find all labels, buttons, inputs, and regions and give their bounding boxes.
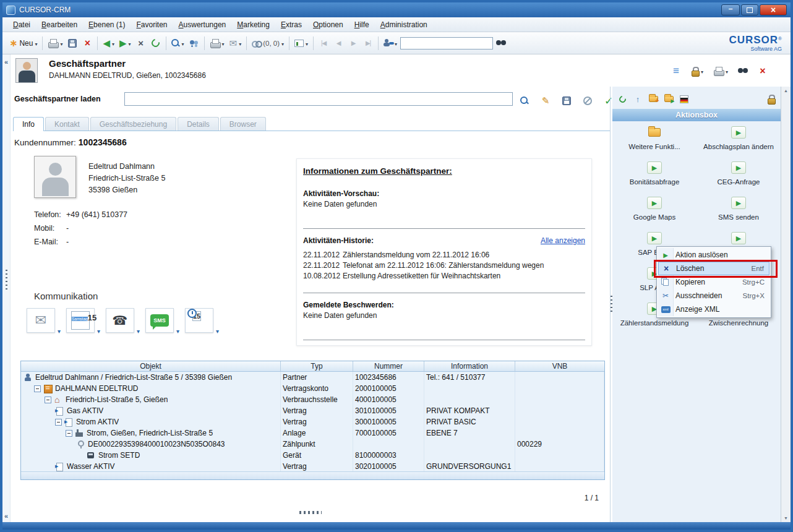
context-menu-item[interactable]: Anzeige XML xyxy=(658,302,769,316)
last-record-button[interactable] xyxy=(361,35,375,51)
execute-search-button[interactable] xyxy=(518,93,531,109)
column-header-objekt[interactable]: Objekt xyxy=(21,361,281,371)
close-record-button[interactable] xyxy=(756,63,769,79)
chevron-down-icon[interactable] xyxy=(701,67,703,75)
add-folder-button[interactable] xyxy=(647,93,659,105)
menu-item[interactable]: Datei xyxy=(7,19,36,31)
tree-expander[interactable] xyxy=(45,397,51,403)
action-item[interactable]: Abschlagsplan ändern xyxy=(697,122,781,158)
appointment-button[interactable]: Samstag15 xyxy=(66,308,95,333)
back-button[interactable] xyxy=(101,35,116,51)
action-item[interactable]: Bonitätsabfrage xyxy=(612,158,697,193)
close-button[interactable] xyxy=(760,4,787,15)
left-splitter[interactable] xyxy=(2,54,11,522)
calendar-flag-button[interactable] xyxy=(678,93,690,105)
table-hscrollbar[interactable] xyxy=(21,471,604,479)
table-row[interactable]: Strom, Gießen, Friedrich-List-Straße 5 A… xyxy=(21,427,604,439)
menu-item[interactable]: Extras xyxy=(275,19,307,31)
cancel-button[interactable] xyxy=(581,93,594,109)
chevron-down-icon[interactable] xyxy=(216,328,219,335)
table-row[interactable]: DE00022935398400010023N5035O0843 Zählpun… xyxy=(21,439,604,450)
table-row[interactable]: Strom SETD Gerät 8100000003 xyxy=(21,450,604,461)
print-list-button[interactable] xyxy=(208,35,226,51)
context-menu-item[interactable]: Löschen Entf xyxy=(658,262,769,275)
vertical-scrollbar[interactable] xyxy=(781,87,791,522)
refresh-actions-button[interactable] xyxy=(616,93,628,105)
list-view-button[interactable] xyxy=(669,63,683,79)
table-row[interactable]: Gas AKTIV Vertrag 3010100005 PRIVAT KOMP… xyxy=(21,405,604,416)
save-record-button[interactable] xyxy=(560,93,573,109)
send-email-button[interactable] xyxy=(27,308,55,333)
print-button[interactable] xyxy=(46,35,64,51)
chevron-down-icon[interactable] xyxy=(97,328,100,335)
menu-item[interactable]: Hilfe xyxy=(349,19,375,31)
minimize-button[interactable] xyxy=(721,4,740,15)
lock-panel-button[interactable] xyxy=(765,93,777,105)
chevron-down-icon[interactable] xyxy=(176,328,179,335)
record-counter[interactable]: (0, 0) xyxy=(250,35,286,51)
task-reminder-button[interactable]: 15 xyxy=(185,308,213,333)
chevron-down-icon[interactable] xyxy=(137,328,140,335)
chevron-down-icon[interactable] xyxy=(60,39,62,48)
table-row[interactable]: DAHLMANN EDELTRUD Vertragskonto 20001000… xyxy=(21,383,604,394)
loader-input[interactable] xyxy=(124,92,513,106)
column-header-vnb[interactable]: VNB xyxy=(515,361,604,371)
table-row[interactable]: Wasser AKTIV Vertrag 3020100005 GRUNDVER… xyxy=(21,461,604,472)
column-header-typ[interactable]: Typ xyxy=(281,361,353,371)
new-record-button[interactable]: Neu xyxy=(7,35,39,51)
action-item[interactable]: SMS senden xyxy=(697,193,781,228)
action-item[interactable]: Google Maps xyxy=(612,193,697,228)
delete-button[interactable] xyxy=(134,35,148,51)
tab[interactable]: Info xyxy=(13,117,44,131)
bottom-splitter-grip[interactable] xyxy=(299,511,322,514)
chevron-down-icon[interactable] xyxy=(395,39,397,48)
lock-record-button[interactable] xyxy=(689,63,705,79)
chevron-down-icon[interactable] xyxy=(281,39,284,48)
action-item[interactable]: Weitere Funkti... xyxy=(612,122,697,158)
menu-item[interactable]: Optionen xyxy=(307,19,349,31)
send-sms-button[interactable]: SMS xyxy=(145,308,174,333)
menu-item[interactable]: Ebenen (1) xyxy=(83,19,131,31)
chevron-down-icon[interactable] xyxy=(58,328,61,335)
discard-button[interactable] xyxy=(80,35,94,51)
forward-button[interactable] xyxy=(118,35,133,51)
show-all-link[interactable]: Alle anzeigen xyxy=(541,236,585,245)
menu-item[interactable]: Administration xyxy=(375,19,433,31)
menu-item[interactable]: Bearbeiten xyxy=(36,19,83,31)
chevron-down-icon[interactable] xyxy=(182,39,184,48)
context-menu-item[interactable]: Kopieren Strg+C xyxy=(658,275,769,289)
tree-expander[interactable] xyxy=(34,385,41,392)
menu-item[interactable]: Marketing xyxy=(231,19,275,31)
collapse-left-icon[interactable] xyxy=(2,58,10,66)
chart-button[interactable] xyxy=(293,35,310,51)
chevron-down-icon[interactable] xyxy=(239,39,241,48)
menu-item[interactable]: Favoriten xyxy=(131,19,173,31)
first-record-button[interactable] xyxy=(317,35,330,51)
next-record-button[interactable] xyxy=(346,35,360,51)
contacts-button[interactable] xyxy=(187,35,201,51)
save-button[interactable] xyxy=(66,35,79,51)
print-record-button[interactable] xyxy=(711,63,730,79)
chevron-down-icon[interactable] xyxy=(112,39,114,48)
chevron-down-icon[interactable] xyxy=(306,39,308,48)
tab[interactable]: Geschäftsbeziehung xyxy=(90,117,176,131)
context-menu-item[interactable]: Aktion auslösen xyxy=(658,248,769,262)
edit-button[interactable] xyxy=(539,93,552,109)
chevron-down-icon[interactable] xyxy=(726,67,728,75)
chevron-down-icon[interactable] xyxy=(129,39,131,48)
refresh-button[interactable] xyxy=(149,35,163,51)
person-search-button[interactable] xyxy=(382,35,399,51)
tree-expander[interactable] xyxy=(66,430,72,437)
chevron-down-icon[interactable] xyxy=(222,39,225,48)
table-row[interactable]: Strom AKTIV Vertrag 3000100005 PRIVAT BA… xyxy=(21,416,604,427)
phone-call-button[interactable] xyxy=(106,308,134,333)
table-row[interactable]: Edeltrud Dahlmann / Friedrich-List-Straß… xyxy=(21,372,604,383)
action-folder-button[interactable] xyxy=(662,93,675,105)
previous-record-button[interactable] xyxy=(332,35,345,51)
tab[interactable]: Browser xyxy=(220,117,266,131)
action-item[interactable]: CEG-Anfrage xyxy=(697,158,781,193)
tab[interactable]: Details xyxy=(178,117,219,131)
send-mail-button[interactable] xyxy=(228,35,244,51)
table-row[interactable]: Friedrich-List-Straße 5, Gießen Verbrauc… xyxy=(21,394,604,405)
chevron-down-icon[interactable] xyxy=(35,39,37,48)
